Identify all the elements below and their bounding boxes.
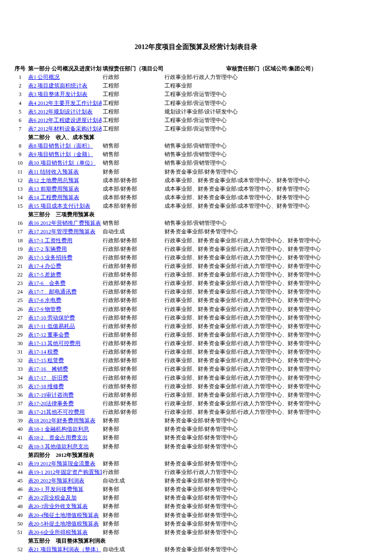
- row-name: 表18-3 其他借款利息支出: [27, 442, 102, 451]
- row-fill-dept: 行政部/财务部: [102, 279, 164, 288]
- toc-link[interactable]: 表17-11 低值易耗品: [28, 323, 75, 329]
- toc-link[interactable]: 表17-7 邮电通讯费: [28, 289, 77, 295]
- toc-link[interactable]: 表17-20法律事务费: [28, 401, 74, 407]
- row-audit-dept: 财务资金事业部/财务管理中心: [164, 227, 379, 236]
- toc-link[interactable]: 表17-3 业务招待费: [28, 255, 72, 261]
- row-seq: 43: [13, 459, 27, 468]
- toc-link[interactable]: 表17 2012年管理费用预算表: [28, 229, 95, 235]
- toc-link[interactable]: 表18-3 其他借款利息支出: [28, 444, 89, 450]
- row-fill-dept: 工程部: [102, 125, 164, 133]
- row-audit-dept: 行政事业部、财务资金事业部/行政人力管理中心、财务管理中心: [164, 253, 379, 262]
- row-fill-dept: 财务部: [102, 528, 164, 537]
- toc-link[interactable]: 表13 前期费用预算表: [28, 186, 79, 192]
- toc-link[interactable]: 表17-16 摊销费: [28, 366, 68, 372]
- row-name: 表20-1 开发间接费预算: [27, 485, 102, 494]
- toc-link[interactable]: 表12 土地费用总预算: [28, 177, 79, 183]
- row-name: 表14 工程费用预算表: [27, 193, 102, 202]
- row-seq: 44: [13, 468, 27, 477]
- row-name: 表17-6 会务费: [27, 279, 102, 288]
- toc-link[interactable]: 表20-5补提土地增值税预算表: [28, 521, 99, 527]
- toc-link[interactable]: 表14 工程费用预算表: [28, 195, 79, 200]
- toc-link[interactable]: 表20-1 开发间接费预算: [28, 486, 84, 492]
- row-seq: 5: [13, 108, 27, 116]
- toc-link[interactable]: 表19 2012年预算现金流量表: [28, 461, 95, 467]
- table-row: 25表17-8 水电费行政部/财务部行政事业部、财务资金事业部/行政人力管理中心…: [13, 296, 379, 305]
- toc-link[interactable]: 表7 2012年材料设备采购计划表: [28, 126, 102, 132]
- row-audit-dept: 行政事业部、财务资金事业部/行政人力管理中心、财务管理中心: [164, 399, 379, 408]
- toc-link[interactable]: 表17-13 其他可控费用: [28, 340, 81, 346]
- toc-link[interactable]: 表6 2012年工程建设进度计划表: [28, 117, 102, 123]
- toc-link[interactable]: 表17-1 工资性费用: [28, 238, 72, 244]
- toc-link[interactable]: 表17-15 租赁费: [28, 357, 64, 363]
- row-audit-dept: 销售事业部/营销管理中心: [164, 159, 379, 167]
- row-fill-dept: 工程部: [102, 99, 164, 108]
- row-seq: 29: [13, 331, 27, 339]
- toc-link[interactable]: 表16 2012年营销推广费预算表: [28, 220, 101, 226]
- row-audit-dept: 行政事业部、财务资金事业部/行政人力管理中心、财务管理中心: [164, 382, 379, 391]
- row-name: 表16 2012年营销推广费预算表: [27, 219, 102, 227]
- row-name: 表17-15 租赁费: [27, 356, 102, 365]
- toc-link[interactable]: 表17-17 折旧费: [28, 375, 68, 381]
- toc-link[interactable]: 表4 2012年主要开发工作计划表: [28, 100, 102, 106]
- toc-link[interactable]: 表3 项目整体开发计划表: [28, 91, 87, 97]
- row-audit-dept: 行政事业部、财务资金事业部/行政人力管理中心、财务管理中心: [164, 288, 379, 296]
- toc-link[interactable]: 表17-2 车辆费用: [28, 246, 67, 252]
- toc-link[interactable]: 表18-1 金融机构借款利息: [28, 426, 89, 432]
- toc-link[interactable]: 表17-19审计咨询费: [28, 392, 74, 398]
- toc-link[interactable]: 表20-2营业税金及加: [28, 495, 77, 501]
- row-fill-dept: 行政部/财务部: [102, 236, 164, 245]
- table-row: 44表19-1 2012年固定资产购置预算行政部行政事业部/行政人力管理中心: [13, 468, 379, 477]
- row-name: 表12 土地费用总预算: [27, 176, 102, 185]
- toc-link[interactable]: 表8 项目销售计划（面积）: [28, 143, 93, 149]
- toc-link[interactable]: 表17-14 税费: [28, 349, 58, 355]
- row-fill-dept: 销售部: [102, 219, 164, 227]
- toc-link[interactable]: 表18 2012年财务费用预算表: [28, 418, 95, 424]
- toc-link[interactable]: 表10 项目销售计划（单位）: [28, 160, 96, 166]
- toc-link[interactable]: 表20-3营业外收支预算表: [28, 503, 88, 509]
- row-fill-dept: 行政部/财务部: [102, 331, 164, 339]
- row-name: 表17-7 邮电通讯费: [27, 288, 102, 296]
- row-audit-dept: 成本事业部、财务资金事业部/成本管理中心、财务管理中心: [164, 193, 379, 202]
- toc-link[interactable]: 表17-21其他不可控费用: [28, 409, 85, 415]
- toc-link[interactable]: 表15 项目成本支付计划表: [28, 203, 90, 209]
- toc-link[interactable]: 表2 项目建筑面积统计表: [28, 83, 87, 89]
- toc-link[interactable]: 表17-6 会务费: [28, 280, 66, 286]
- row-fill-dept: 自动生成: [102, 227, 164, 236]
- toc-link[interactable]: 表18-2 资金占用费支出: [28, 435, 88, 441]
- toc-link[interactable]: 表20-6企业所得税预算表: [28, 529, 88, 535]
- toc-link[interactable]: 表11 结转收入预算表: [28, 169, 79, 175]
- row-fill-dept: 财务部: [102, 442, 164, 451]
- row-audit-dept: 财务资金事业部/财务管理中心: [164, 416, 379, 425]
- table-row: 11表11 结转收入预算表财务部财务资金事业部/财务管理中心: [13, 168, 379, 176]
- toc-link[interactable]: 表17-5 差旅费: [28, 272, 61, 278]
- toc-link[interactable]: 表17-8 水电费: [28, 297, 61, 303]
- row-name: 表3 项目整体开发计划表: [27, 90, 102, 99]
- toc-link[interactable]: 表20-4预征土地增值税预算表: [28, 512, 99, 518]
- row-seq: 41: [13, 433, 27, 442]
- toc-link[interactable]: 表17-9 物管费: [28, 306, 61, 312]
- toc-link[interactable]: 表5 2012年规划设计计划表: [28, 109, 92, 115]
- toc-link[interactable]: 表9 项目销售计划（金额）: [28, 151, 93, 157]
- toc-link[interactable]: 表21 项目预算利润表（整体）: [28, 546, 101, 552]
- toc-link[interactable]: 表17-10 劳动保护费: [28, 315, 75, 321]
- row-seq: 35: [13, 382, 27, 391]
- table-row: 30表17-13 其他可控费用行政部/财务部行政事业部、财务资金事业部/行政人力…: [13, 339, 379, 348]
- table-row: 9表9 项目销售计划（金额）销售部销售事业部/营销管理中心: [13, 150, 379, 159]
- toc-link[interactable]: 表19-1 2012年固定资产购置预算: [28, 469, 102, 475]
- toc-link[interactable]: 表17-12 董事会费: [28, 332, 69, 338]
- table-row: 50表20-5补提土地增值税预算表财务部财务资金事业部/财务管理中心: [13, 520, 379, 528]
- table-row: 1表1 公司概况行政部行政事业部/行政人力管理中心: [13, 73, 379, 81]
- toc-link[interactable]: 表17-4 办公费: [28, 263, 61, 269]
- toc-link[interactable]: 表1 公司概况: [28, 74, 60, 80]
- table-row: 49表20-4预征土地增值税预算表财务部财务资金事业部/财务管理中心: [13, 511, 379, 520]
- row-seq: 11: [13, 168, 27, 176]
- row-seq: 39: [13, 416, 27, 425]
- row-fill-dept: 行政部/财务部: [102, 408, 164, 416]
- table-row: 52表21 项目预算利润表（整体）自动生成财务资金事业部/财务管理中心: [13, 545, 379, 554]
- row-audit-dept: 财务资金事业部/财务管理中心: [164, 425, 379, 433]
- row-seq: 22: [13, 270, 27, 279]
- row-name: 表17-21其他不可控费用: [27, 408, 102, 416]
- row-fill-dept: 财务部: [102, 416, 164, 425]
- toc-link[interactable]: 表20 2012年预算利润表: [28, 478, 84, 484]
- toc-link[interactable]: 表17-18 维修费: [28, 384, 64, 389]
